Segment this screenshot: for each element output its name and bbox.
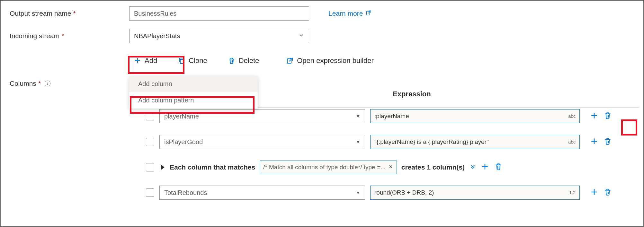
learn-more-link[interactable]: Learn more: [328, 10, 372, 18]
expand-triangle-icon[interactable]: [161, 165, 165, 170]
type-badge: abc: [568, 139, 576, 144]
required-asterisk: *: [61, 32, 64, 40]
trash-icon: [604, 111, 612, 120]
expression-input[interactable]: "{:playerName} is a {:playerRating} play…: [370, 135, 580, 149]
trash-icon: [604, 188, 612, 196]
trash-icon: [228, 57, 236, 65]
expression-input[interactable]: round(ORB + DRB, 2) 1.2: [370, 186, 580, 200]
columns-toolbar: Add Clone Delete Open expression builder: [129, 55, 643, 67]
column-row: isPlayerGood ▼ "{:playerName} is a {:pla…: [129, 135, 634, 149]
type-badge: 1.2: [569, 190, 576, 195]
output-stream-label-text: Output stream name: [10, 10, 71, 17]
column-row: playerName ▼ :playerName abc: [129, 109, 634, 123]
double-chevron-down-icon[interactable]: [469, 163, 476, 172]
row-checkbox[interactable]: [146, 163, 154, 171]
plus-icon: [134, 57, 141, 65]
output-stream-input[interactable]: [129, 6, 309, 21]
clone-button-label: Clone: [189, 57, 207, 65]
caret-down-icon: ▼: [356, 139, 360, 144]
copy-icon: [178, 57, 185, 65]
row-checkbox[interactable]: [146, 188, 154, 197]
plus-icon: [590, 188, 598, 196]
trash-icon: [604, 137, 612, 145]
expression-input[interactable]: :playerName abc: [370, 109, 580, 123]
row-checkbox[interactable]: [146, 138, 154, 146]
expression-value: "{:playerName} is a {:playerRating} play…: [374, 138, 489, 145]
add-column-pattern-item[interactable]: Add column pattern: [129, 92, 258, 109]
delete-row-button[interactable]: [604, 137, 612, 147]
column-row: TotalRebounds ▼ round(ORB + DRB, 2) 1.2: [129, 186, 634, 200]
add-row-button[interactable]: [481, 162, 489, 172]
add-button[interactable]: Add: [129, 55, 162, 67]
incoming-stream-value: NBAPlayerStats: [134, 32, 180, 40]
column-pattern-row: Each column that matches /* Match all co…: [129, 161, 634, 174]
column-name-select[interactable]: isPlayerGood ▼: [159, 135, 365, 149]
expression-header: Expression: [393, 90, 431, 98]
pattern-match-input[interactable]: /* Match all columns of type double*/ ty…: [260, 161, 397, 174]
incoming-stream-label-text: Incoming stream: [10, 32, 59, 40]
add-row-button[interactable]: [590, 188, 598, 198]
plus-icon: [590, 137, 598, 145]
add-row-button[interactable]: [590, 111, 598, 121]
required-asterisk: *: [73, 10, 76, 17]
pattern-match-value: /* Match all columns of type double*/ ty…: [263, 164, 386, 171]
column-name-select[interactable]: playerName ▼: [159, 109, 365, 123]
add-row-button[interactable]: [590, 137, 598, 147]
column-name-value: TotalRebounds: [164, 189, 207, 196]
plus-icon: [481, 162, 489, 171]
add-button-label: Add: [145, 57, 157, 65]
open-expression-builder-button[interactable]: Open expression builder: [282, 55, 378, 67]
output-stream-label: Output stream name *: [1, 10, 97, 17]
incoming-stream-label: Incoming stream *: [1, 32, 97, 40]
delete-row-button[interactable]: [494, 162, 503, 172]
caret-down-icon: ▼: [356, 190, 360, 195]
row-checkbox[interactable]: [146, 112, 154, 120]
delete-button[interactable]: Delete: [223, 55, 264, 67]
column-name-value: isPlayerGood: [164, 138, 203, 146]
expression-value: round(ORB + DRB, 2): [374, 189, 434, 196]
clone-button[interactable]: Clone: [173, 55, 211, 67]
incoming-stream-select[interactable]: NBAPlayerStats: [129, 29, 309, 43]
columns-label: Columns * i: [10, 80, 50, 87]
plus-icon: [590, 111, 598, 120]
learn-more-text: Learn more: [328, 10, 363, 17]
type-badge: abc: [568, 114, 576, 119]
pattern-suffix: creates 1 column(s): [401, 163, 465, 171]
expression-value: :playerName: [374, 113, 409, 120]
delete-button-label: Delete: [239, 57, 259, 65]
caret-down-icon: ▼: [356, 114, 360, 119]
add-column-item[interactable]: Add column: [129, 76, 258, 92]
trash-icon: [494, 162, 503, 171]
add-dropdown: Add column Add column pattern: [129, 76, 258, 109]
columns-label-text: Columns: [10, 80, 36, 87]
svg-rect-1: [180, 59, 184, 64]
info-icon[interactable]: i: [45, 81, 50, 86]
external-link-icon: [286, 57, 294, 65]
pattern-prefix: Each column that matches: [170, 163, 255, 171]
external-link-icon: [365, 10, 372, 18]
clear-icon[interactable]: [388, 164, 393, 171]
delete-row-button[interactable]: [604, 111, 612, 121]
chevron-down-icon: [299, 32, 304, 40]
open-builder-label: Open expression builder: [297, 57, 373, 65]
column-name-select[interactable]: TotalRebounds ▼: [159, 186, 365, 200]
column-name-value: playerName: [164, 113, 199, 120]
required-asterisk: *: [38, 80, 41, 87]
delete-row-button[interactable]: [604, 188, 612, 198]
